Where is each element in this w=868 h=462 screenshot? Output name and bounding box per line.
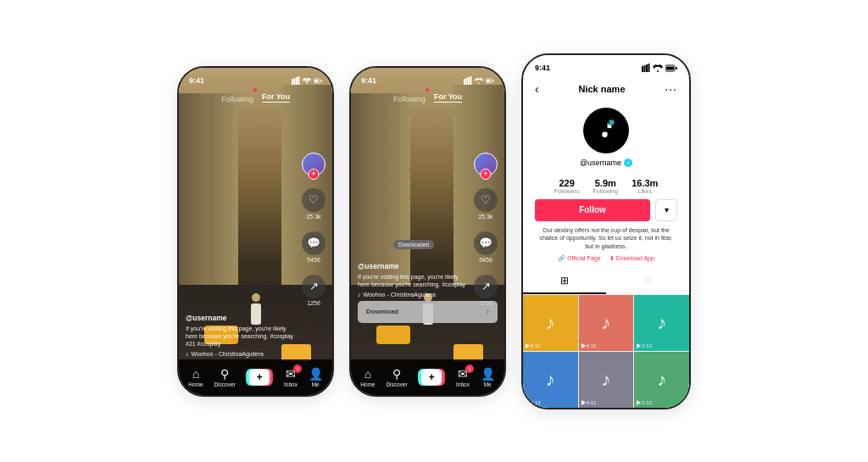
- video-caption: If you're visiting this page, you're lik…: [186, 325, 294, 348]
- comment-icon-2[interactable]: 💬: [474, 231, 498, 255]
- like-icon-group[interactable]: ♡ 25.3k: [302, 188, 326, 220]
- like-icon[interactable]: ♡: [302, 188, 326, 212]
- grid-tiktok-logo-4: ♪: [546, 369, 555, 391]
- download-app-link[interactable]: ⬇ Download App: [609, 255, 654, 262]
- me-icon-2[interactable]: 👤: [481, 367, 495, 381]
- video-music-2: ♪ Woohoo - ChristinaAguilera: [358, 292, 466, 298]
- grid-item-3[interactable]: ♪ 0:12: [634, 295, 689, 351]
- right-icons-2: + ♡ 25.3k 💬 5456 ↗ 1256: [474, 153, 498, 306]
- video-username: @username: [186, 314, 294, 322]
- nav-inbox-2[interactable]: ✉ 9 Inbox: [456, 367, 470, 387]
- creator-avatar-2[interactable]: +: [474, 153, 498, 176]
- grid-tiktok-logo-5: ♪: [601, 369, 610, 391]
- comment-icon-group-2[interactable]: 💬 5456: [474, 231, 498, 263]
- grid-duration-5: 0:12: [581, 400, 597, 405]
- nav-discover-2[interactable]: ⚲ Discover: [386, 367, 407, 387]
- nav-me[interactable]: 👤 Me: [309, 367, 323, 387]
- official-page-link[interactable]: 🔗 Official Page: [558, 255, 601, 262]
- grid-duration-3: 0:12: [637, 343, 652, 348]
- grid-item-4[interactable]: ♪ 0:12: [523, 352, 578, 408]
- discover-icon-2[interactable]: ⚲: [392, 367, 401, 381]
- official-page-label[interactable]: Official Page: [567, 255, 601, 261]
- likes-count: 16.3m: [632, 178, 658, 188]
- comment-count: 5456: [307, 257, 320, 263]
- comment-icon-group[interactable]: 💬 5456: [302, 231, 326, 263]
- back-button[interactable]: ‹: [535, 82, 539, 96]
- svg-rect-7: [321, 80, 322, 81]
- nav-inbox[interactable]: ✉ 9 Inbox: [284, 367, 298, 387]
- nav-home[interactable]: ⌂ Home: [188, 367, 203, 387]
- svg-rect-15: [493, 80, 494, 81]
- svg-rect-16: [642, 66, 643, 72]
- link-icon: 🔗: [558, 255, 565, 262]
- creator-avatar[interactable]: +: [302, 153, 326, 176]
- svg-rect-14: [487, 79, 491, 81]
- share-icon[interactable]: ↗: [302, 275, 326, 298]
- tab-videos[interactable]: ⊞: [523, 269, 606, 294]
- video-username-2: @username: [358, 262, 466, 270]
- nav-discover[interactable]: ⚲ Discover: [214, 367, 235, 387]
- following-tab-wrapper[interactable]: Following: [221, 90, 253, 105]
- like-icon-2[interactable]: ♡: [474, 188, 498, 212]
- home-icon-2[interactable]: ⌂: [364, 367, 371, 381]
- likes-stat: 16.3m Likes: [632, 178, 658, 194]
- creator-avatar-group-2[interactable]: +: [474, 153, 498, 176]
- phone-2: 9:41 Following For You +: [349, 66, 506, 397]
- svg-rect-1: [294, 78, 296, 85]
- share-icon-group[interactable]: ↗ 1256: [302, 275, 326, 306]
- following-stat: 5.9m Following: [593, 178, 619, 194]
- verified-badge: ✓: [624, 159, 632, 167]
- home-icon[interactable]: ⌂: [192, 367, 199, 381]
- grid-tiktok-logo-3: ♪: [657, 312, 666, 334]
- tab-liked[interactable]: ♡: [606, 269, 689, 294]
- add-button[interactable]: +: [246, 369, 273, 386]
- creator-avatar-group[interactable]: +: [302, 153, 326, 176]
- grid-item-5[interactable]: ♪ 0:12: [579, 352, 634, 408]
- status-icons: [292, 76, 322, 85]
- svg-point-12: [478, 82, 480, 84]
- me-icon[interactable]: 👤: [309, 367, 323, 381]
- nav-home-2[interactable]: ⌂ Home: [360, 367, 375, 387]
- add-button-2[interactable]: +: [418, 369, 445, 386]
- share-icon-2[interactable]: ↗: [474, 275, 498, 298]
- nav-add-2[interactable]: +: [418, 369, 445, 386]
- grid-item-2[interactable]: ♪ 0:12: [579, 295, 634, 351]
- nav-add[interactable]: +: [246, 369, 273, 386]
- for-you-tab-2[interactable]: For You: [434, 92, 462, 103]
- more-options-button[interactable]: ···: [665, 82, 677, 96]
- follow-plus-icon[interactable]: +: [309, 169, 320, 180]
- downloaded-badge: Downloaded: [393, 240, 434, 249]
- for-you-tab[interactable]: For You: [262, 92, 290, 103]
- like-icon-group-2[interactable]: ♡ 25.3k: [474, 188, 498, 220]
- nav-me-2[interactable]: 👤 Me: [481, 367, 495, 387]
- comment-icon[interactable]: 💬: [302, 231, 326, 255]
- home-label-2: Home: [360, 381, 375, 387]
- following-tab-2[interactable]: Following: [393, 95, 426, 103]
- download-app-label[interactable]: Download App: [616, 255, 654, 261]
- svg-point-20: [657, 70, 659, 72]
- download-arrow-icon[interactable]: ›: [487, 307, 489, 316]
- svg-rect-0: [292, 79, 293, 85]
- follow-plus-icon-2[interactable]: +: [481, 169, 492, 180]
- grid-item-1[interactable]: ♪ 0:12: [523, 295, 578, 351]
- following-tab-wrapper-2[interactable]: Following: [393, 90, 426, 105]
- profile-bio: Our destiny offers not the cup of despai…: [523, 226, 689, 251]
- following-tab[interactable]: Following: [221, 95, 253, 103]
- follow-button[interactable]: Follow: [535, 199, 650, 221]
- following-count: 5.9m: [595, 178, 616, 188]
- profile-header-bar: ‹ Nick name ···: [523, 77, 689, 101]
- download-label[interactable]: Download: [366, 308, 398, 315]
- discover-icon[interactable]: ⚲: [220, 367, 229, 381]
- music-note: ♪: [186, 351, 189, 357]
- grid-item-6[interactable]: ♪ 0:12: [634, 352, 689, 408]
- video-music: ♪ Woohoo - ChristinaAguilera: [186, 351, 294, 357]
- profile-tabs: ⊞ ♡: [523, 269, 689, 295]
- svg-rect-2: [296, 77, 298, 85]
- like-count: 25.3k: [306, 214, 320, 220]
- main-container: 9:41 Following For You +: [0, 0, 868, 462]
- home-label: Home: [188, 381, 203, 387]
- download-bar[interactable]: Download ›: [358, 301, 498, 323]
- follow-more-button[interactable]: ▾: [655, 199, 677, 221]
- grid-tiktok-logo-6: ♪: [657, 369, 666, 391]
- inbox-label: Inbox: [284, 381, 298, 387]
